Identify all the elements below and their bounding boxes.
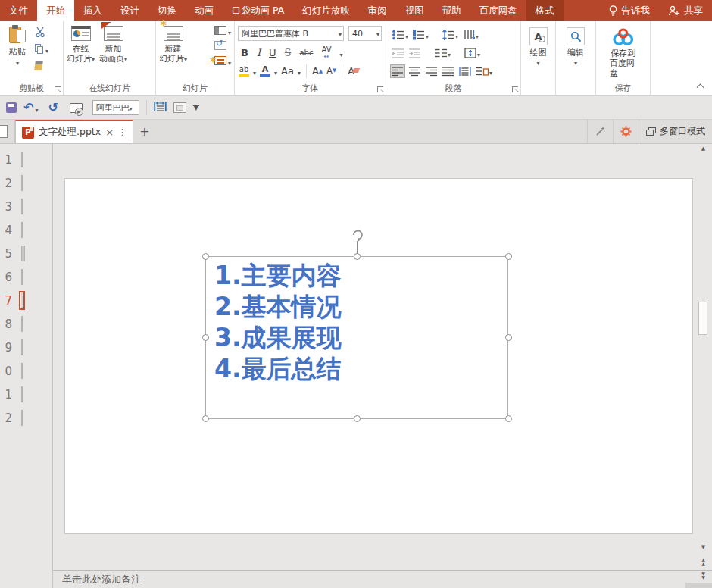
justify-button[interactable] <box>442 65 455 77</box>
new-animation-page-button[interactable]: 新加 动画页 <box>99 26 127 64</box>
cut-button[interactable] <box>35 26 45 38</box>
slide-panel-item-4[interactable]: 4 <box>0 218 52 242</box>
section-button[interactable] <box>214 55 231 67</box>
tab-menu-icon[interactable]: ⋮ <box>118 127 126 137</box>
tab-pocket-animation[interactable]: 口袋动画 PA <box>223 0 293 21</box>
convert-to-smartart-button[interactable] <box>475 63 493 79</box>
slide-panel-item-12[interactable]: 2 <box>0 406 52 430</box>
grow-font-button[interactable]: A▲ <box>312 65 323 77</box>
slide-thumbnail[interactable] <box>21 386 23 402</box>
change-case-button[interactable]: Aa <box>281 65 294 77</box>
slide-thumbnail[interactable] <box>21 199 23 214</box>
slide-thumbnail[interactable] <box>21 269 23 285</box>
notes-pane[interactable]: 单击此处添加备注 <box>53 570 712 588</box>
qat-more-button[interactable]: ▼ <box>193 105 199 111</box>
text-shadow-button[interactable]: S <box>285 47 292 59</box>
resize-handle-middle-left[interactable] <box>202 334 209 341</box>
font-name-combo[interactable]: 阿里巴巴普惠体 B <box>238 26 344 41</box>
font-name-dropdown-icon[interactable] <box>339 29 342 39</box>
tab-format[interactable]: 格式 <box>526 0 564 21</box>
tab-baidu-netdisk[interactable]: 百度网盘 <box>470 0 526 21</box>
slide-editing-surface[interactable]: 1.主要内容 2.基本情况 3.成果展现 4.最后总结 <box>64 178 693 534</box>
resize-handle-bottom-right[interactable] <box>505 415 512 422</box>
slide-panel-item-10[interactable]: 0 <box>0 359 52 383</box>
slide-panel-item-8[interactable]: 8 <box>0 312 52 336</box>
italic-button[interactable]: I <box>257 47 261 59</box>
qat-font-combo[interactable]: 阿里巴巴 <box>92 100 139 115</box>
qat-font-dropdown-icon[interactable] <box>130 103 133 113</box>
slide-panel-item-5[interactable]: 5 <box>0 242 52 265</box>
highlight-color-button[interactable]: ab <box>239 65 249 77</box>
online-slides-button[interactable]: 在线 幻灯片 <box>67 26 95 64</box>
save-to-baidu-button[interactable]: 保存到 百度网盘 <box>610 27 637 78</box>
resize-handle-bottom-left[interactable] <box>202 415 209 422</box>
strikethrough-button[interactable]: abc <box>299 48 313 57</box>
copy-button[interactable] <box>35 42 48 55</box>
next-slide-icon[interactable]: ▼▼ <box>698 571 709 579</box>
tab-view[interactable]: 视图 <box>396 0 433 21</box>
clear-formatting-button[interactable]: A <box>348 65 354 77</box>
font-size-combo[interactable]: 40 <box>348 26 382 41</box>
resize-handle-middle-right[interactable] <box>505 334 512 341</box>
slide-thumbnail[interactable] <box>21 152 23 167</box>
underline-button[interactable]: U <box>269 47 276 59</box>
tab-transitions[interactable]: 切换 <box>148 0 186 21</box>
font-dialog-launcher-icon[interactable] <box>377 86 383 92</box>
drawing-button[interactable]: A 绘图 <box>529 27 548 68</box>
resize-handle-top-left[interactable] <box>202 253 209 260</box>
new-tab-button[interactable]: + <box>133 120 156 143</box>
numbering-button[interactable] <box>412 27 429 42</box>
settings-button[interactable] <box>613 120 639 143</box>
paste-dropdown-icon[interactable] <box>16 58 19 68</box>
shrink-font-button[interactable]: A▼ <box>326 64 336 77</box>
reset-button[interactable] <box>214 39 231 52</box>
close-tab-icon[interactable]: × <box>105 127 114 138</box>
normal-view-button[interactable] <box>173 102 186 113</box>
paste-button[interactable]: 粘贴 <box>4 25 31 68</box>
character-spacing-dropdown-icon[interactable] <box>340 45 343 60</box>
selected-textbox[interactable]: 1.主要内容 2.基本情况 3.成果展现 4.最后总结 <box>205 256 508 419</box>
document-list-button[interactable] <box>0 120 15 143</box>
format-painter-button[interactable] <box>35 59 42 71</box>
slide-thumbnail[interactable] <box>21 222 23 238</box>
undo-button[interactable]: ↶ <box>23 101 38 115</box>
rotate-handle[interactable] <box>350 227 365 246</box>
tab-file[interactable]: 文件 <box>0 0 37 21</box>
collapse-ribbon-button[interactable] <box>698 83 704 89</box>
distribute-button[interactable] <box>458 65 472 77</box>
align-text-button[interactable] <box>464 45 481 61</box>
slide-thumbnail[interactable] <box>21 339 23 355</box>
increase-indent-button[interactable] <box>408 47 422 59</box>
slide-thumbnail[interactable] <box>21 175 23 191</box>
slide-panel-item-7-selected[interactable]: 7 <box>0 289 52 312</box>
copy-dropdown-icon[interactable] <box>45 42 48 56</box>
align-left-button[interactable] <box>390 64 405 78</box>
scrollbar-thumb[interactable] <box>698 302 707 335</box>
redo-button[interactable]: ↺ <box>48 102 58 113</box>
tab-animations[interactable]: 动画 <box>186 0 223 21</box>
tell-me-button[interactable]: 告诉我 <box>599 0 660 21</box>
font-size-dropdown-icon[interactable] <box>376 29 379 39</box>
columns-button[interactable] <box>434 45 451 61</box>
editing-button[interactable]: 编辑 <box>567 27 585 68</box>
wand-button[interactable] <box>587 120 613 143</box>
slide-thumbnail[interactable] <box>21 410 23 426</box>
tab-slideshow[interactable]: 幻灯片放映 <box>293 0 359 21</box>
highlight-dropdown-icon[interactable] <box>253 64 256 78</box>
slide-panel-item-6[interactable]: 6 <box>0 265 52 289</box>
font-color-button[interactable]: A <box>260 65 270 77</box>
share-button[interactable]: 共享 <box>659 0 712 21</box>
resize-handle-top-right[interactable] <box>505 253 512 260</box>
bold-button[interactable]: B <box>241 47 248 59</box>
slide-thumbnail[interactable] <box>21 246 25 261</box>
tab-insert[interactable]: 插入 <box>74 0 111 21</box>
paragraph-dialog-launcher-icon[interactable] <box>512 86 518 92</box>
slide-panel-item-1[interactable]: 1 <box>0 148 52 171</box>
slide-panel-item-9[interactable]: 9 <box>0 336 52 359</box>
slide-thumbnail[interactable] <box>21 363 23 379</box>
change-case-dropdown-icon[interactable] <box>298 64 301 78</box>
slide-panel-item-2[interactable]: 2 <box>0 171 52 195</box>
line-spacing-button[interactable] <box>442 27 459 42</box>
save-button[interactable] <box>6 102 17 113</box>
resize-handle-top-center[interactable] <box>354 253 361 260</box>
